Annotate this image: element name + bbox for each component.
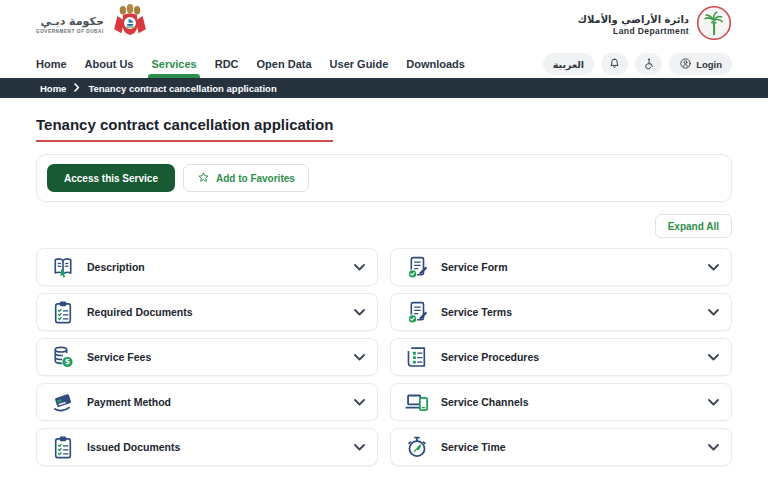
nav-item-user-guide[interactable]: User Guide — [330, 50, 389, 78]
accordion-service-terms[interactable]: Service Terms — [390, 293, 732, 331]
document-pen-check-icon — [403, 254, 431, 280]
land-department-logo[interactable]: دائرة الأراضي والأملاك Land Department — [578, 5, 732, 45]
page-title: Tenancy contract cancellation applicatio… — [36, 116, 333, 142]
chevron-down-icon — [708, 309, 719, 316]
accordion-service-fees[interactable]: $ Service Fees — [36, 338, 378, 376]
chevron-down-icon — [708, 264, 719, 271]
user-circle-icon — [679, 57, 692, 72]
accordion-label: Service Channels — [441, 396, 529, 408]
accessibility-icon — [642, 57, 655, 72]
clipboard-checklist-icon — [49, 299, 77, 325]
service-details-grid: Description Service Form — [36, 248, 732, 466]
breadcrumb-home-link[interactable]: Home — [40, 83, 66, 94]
accessibility-button[interactable] — [635, 53, 662, 75]
login-button[interactable]: Login — [669, 53, 732, 75]
notifications-button[interactable] — [601, 53, 628, 75]
login-label: Login — [696, 59, 722, 70]
accordion-label: Service Form — [441, 261, 508, 273]
dubai-government-logo[interactable]: حكومة دبـي GOVERNMENT OF DUBAI — [36, 3, 149, 47]
book-cursor-icon — [49, 254, 77, 280]
bell-icon — [608, 57, 621, 72]
accordion-label: Service Fees — [87, 351, 151, 363]
nav-item-services[interactable]: Services — [151, 50, 196, 78]
chevron-down-icon — [354, 444, 365, 451]
chevron-down-icon — [354, 309, 365, 316]
nav-item-home[interactable]: Home — [36, 50, 67, 78]
accordion-label: Service Terms — [441, 306, 512, 318]
coins-dollar-icon: $ — [49, 344, 77, 370]
accordion-label: Service Time — [441, 441, 506, 453]
svg-text:$: $ — [65, 357, 70, 366]
document-pen-check-icon — [403, 299, 431, 325]
language-toggle-button[interactable]: العربية — [543, 53, 594, 75]
procedures-list-icon — [403, 344, 431, 370]
palm-tree-icon — [696, 5, 732, 45]
laptop-phone-icon — [403, 389, 431, 415]
accordion-payment-method[interactable]: Payment Method — [36, 383, 378, 421]
accordion-label: Service Procedures — [441, 351, 539, 363]
gov-logo-english: GOVERNMENT OF DUBAI — [36, 29, 104, 34]
stopwatch-icon — [403, 434, 431, 460]
expand-all-button[interactable]: Expand All — [655, 214, 732, 238]
nav-item-rdc[interactable]: RDC — [215, 50, 239, 78]
chevron-down-icon — [354, 354, 365, 361]
accordion-required-documents[interactable]: Required Documents — [36, 293, 378, 331]
header: حكومة دبـي GOVERNMENT OF DUBAI دائرة الأ… — [0, 0, 768, 50]
clipboard-checklist-icon — [49, 434, 77, 460]
accordion-service-form[interactable]: Service Form — [390, 248, 732, 286]
accordion-description[interactable]: Description — [36, 248, 378, 286]
favorites-label: Add to Favorites — [216, 173, 295, 184]
main-content: Tenancy contract cancellation applicatio… — [0, 98, 768, 466]
chevron-down-icon — [708, 354, 719, 361]
card-hand-icon — [49, 389, 77, 415]
dept-logo-english: Land Department — [578, 26, 689, 36]
dubai-government-crest-icon — [111, 3, 149, 47]
breadcrumb: Home Tenancy contract cancellation appli… — [0, 78, 768, 98]
chevron-down-icon — [708, 399, 719, 406]
chevron-down-icon — [708, 444, 719, 451]
gov-logo-arabic: حكومة دبـي — [36, 16, 104, 29]
main-navigation: Home About Us Services RDC Open Data Use… — [0, 50, 768, 78]
accordion-service-time[interactable]: Service Time — [390, 428, 732, 466]
accordion-label: Issued Documents — [87, 441, 180, 453]
access-service-button[interactable]: Access this Service — [47, 164, 175, 192]
breadcrumb-current: Tenancy contract cancellation applicatio… — [88, 83, 276, 94]
service-action-card: Access this Service Add to Favorites — [36, 154, 732, 202]
accordion-label: Required Documents — [87, 306, 193, 318]
chevron-right-icon — [74, 83, 80, 94]
accordion-service-procedures[interactable]: Service Procedures — [390, 338, 732, 376]
accordion-label: Payment Method — [87, 396, 171, 408]
dept-logo-arabic: دائرة الأراضي والأملاك — [578, 14, 689, 26]
chevron-down-icon — [354, 264, 365, 271]
star-icon — [197, 171, 210, 186]
nav-item-open-data[interactable]: Open Data — [257, 50, 312, 78]
nav-item-downloads[interactable]: Downloads — [406, 50, 465, 78]
chevron-down-icon — [354, 399, 365, 406]
add-to-favorites-button[interactable]: Add to Favorites — [183, 164, 309, 192]
accordion-label: Description — [87, 261, 145, 273]
accordion-service-channels[interactable]: Service Channels — [390, 383, 732, 421]
nav-item-about-us[interactable]: About Us — [85, 50, 134, 78]
accordion-issued-documents[interactable]: Issued Documents — [36, 428, 378, 466]
